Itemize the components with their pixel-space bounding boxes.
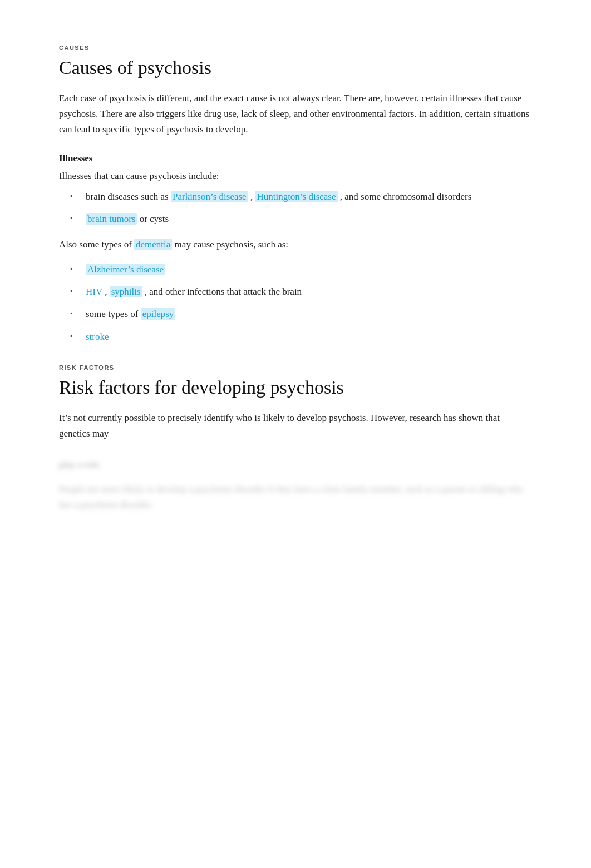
brain-tumors-link[interactable]: brain tumors — [86, 213, 137, 225]
chromosomal-text: , and some chromosomal disorders — [340, 191, 472, 202]
illnesses-subtext: Illnesses that can cause psychosis inclu… — [59, 171, 532, 182]
alzheimers-link[interactable]: Alzheimer’s disease — [86, 264, 165, 275]
list-item: some types of epilepsy — [70, 307, 532, 321]
dementia-link[interactable]: dementia — [134, 239, 172, 250]
syphilis-link[interactable]: syphilis — [110, 286, 142, 297]
infections-text: , and other infections that attack the b… — [145, 286, 302, 297]
list-item: brain diseases such as Parkinson’s disea… — [70, 190, 532, 204]
also-text-after: may cause psychosis, such as: — [175, 239, 288, 250]
risk-factors-blurred-2: People are more likely to develop a psyc… — [59, 482, 532, 513]
illnesses-heading: Illnesses — [59, 153, 532, 164]
list-item: brain tumors or cysts — [70, 212, 532, 226]
comma-hiv: , — [105, 286, 110, 297]
brain-diseases-text-before: brain diseases such as — [86, 191, 171, 202]
dementia-list: Alzheimer’s disease HIV , syphilis , and… — [59, 262, 532, 344]
epilepsy-link[interactable]: epilepsy — [141, 308, 176, 320]
list-item: Alzheimer’s disease — [70, 262, 532, 277]
parkinsons-disease-link[interactable]: Parkinson’s disease — [171, 191, 248, 202]
some-types-of-text: some types of — [86, 309, 141, 319]
causes-label: CAUSES — [59, 44, 532, 51]
stroke-link[interactable]: stroke — [86, 331, 109, 342]
causes-intro: Each case of psychosis is different, and… — [59, 91, 532, 137]
risk-factors-title: Risk factors for developing psychosis — [59, 376, 532, 399]
also-dementia-text: Also some types of dementia may cause ps… — [59, 237, 532, 252]
list-item: stroke — [70, 330, 532, 344]
risk-factors-section: RISK FACTORS Risk factors for developing… — [59, 364, 532, 513]
causes-section: CAUSES Causes of psychosis Each case of … — [59, 44, 532, 344]
or-cysts-text: or cysts — [140, 214, 169, 224]
risk-factors-blurred-1: play a role. — [59, 457, 532, 473]
list-item: HIV , syphilis , and other infections th… — [70, 285, 532, 299]
causes-title: Causes of psychosis — [59, 57, 532, 80]
risk-factors-intro: It’s not currently possible to precisely… — [59, 410, 532, 442]
hiv-link[interactable]: HIV — [86, 286, 102, 297]
huntingtons-disease-link[interactable]: Huntington’s disease — [255, 191, 337, 202]
also-text-before: Also some types of — [59, 239, 134, 250]
illness-list: brain diseases such as Parkinson’s disea… — [59, 190, 532, 227]
risk-factors-label: RISK FACTORS — [59, 364, 532, 371]
